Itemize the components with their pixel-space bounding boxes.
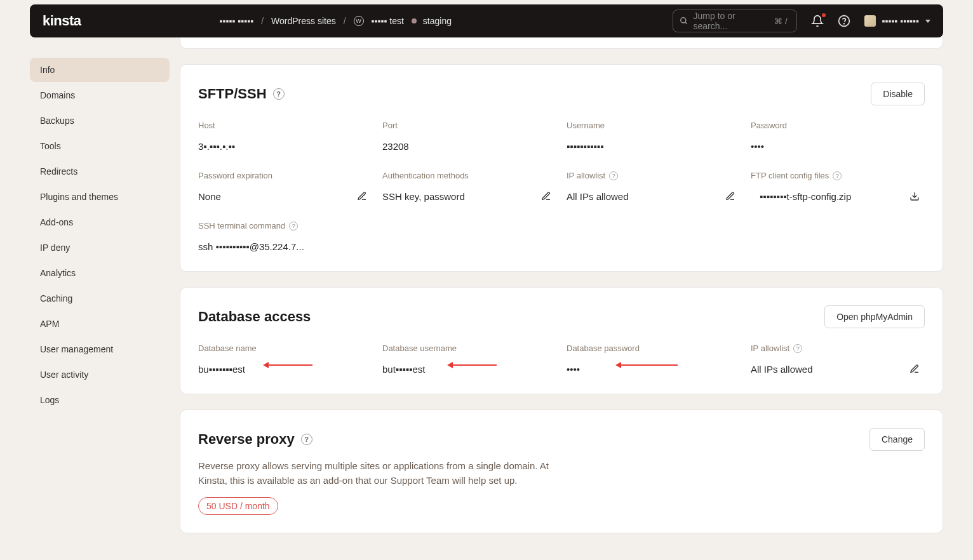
db-title: Database access — [198, 309, 311, 325]
ssh-cmd-label-text: SSH terminal command — [198, 221, 285, 230]
ftp-config-label-text: FTP client config files — [751, 171, 829, 180]
ip-allowlist-label: IP allowlist ? — [567, 171, 741, 180]
previous-card-edge — [180, 37, 943, 49]
sidebar-item-label: Logs — [40, 395, 59, 405]
sidebar-item-analytics[interactable]: Analytics — [30, 261, 170, 285]
sidebar-item-apm[interactable]: APM — [30, 312, 170, 336]
disable-button[interactable]: Disable — [871, 83, 925, 105]
sidebar-item-label: Analytics — [40, 268, 76, 278]
price-badge: 50 USD / month — [198, 497, 278, 515]
sidebar-item-redirects[interactable]: Redirects — [30, 159, 170, 183]
bell-icon[interactable] — [811, 15, 824, 27]
sidebar-item-info[interactable]: Info — [30, 58, 170, 82]
breadcrumb-section[interactable]: WordPress sites — [271, 16, 336, 26]
search-input[interactable]: Jump to or search... ⌘ / — [673, 10, 797, 32]
sidebar-item-label: Domains — [40, 90, 75, 100]
pw-expiration-value: None — [198, 191, 221, 202]
reverse-proxy-card: Reverse proxy ? Change Reverse proxy all… — [180, 410, 943, 533]
sidebar-item-label: User activity — [40, 370, 88, 380]
help-icon[interactable] — [838, 15, 850, 27]
breadcrumb: ▪▪▪▪▪ ▪▪▪▪▪ / WordPress sites / W ▪▪▪▪▪ … — [220, 16, 452, 26]
password-value: •••• — [751, 141, 764, 152]
sidebar-item-label: IP deny — [40, 243, 70, 253]
sidebar-item-label: User management — [40, 344, 113, 354]
user-name: ▪▪▪▪▪ ▪▪▪▪▪▪ — [882, 16, 919, 26]
wordpress-icon: W — [354, 16, 364, 26]
ftp-config-file: ▪▪▪▪▪▪▪▪t-sftp-config.zip — [751, 191, 851, 202]
user-menu[interactable]: ▪▪▪▪▪ ▪▪▪▪▪▪ — [864, 15, 930, 27]
port-label: Port — [382, 121, 556, 130]
help-icon[interactable]: ? — [289, 222, 298, 230]
db-password-value: •••• — [567, 364, 580, 375]
sftp-title: SFTP/SSH ? — [198, 86, 285, 102]
ssh-cmd-label: SSH terminal command ? — [198, 221, 372, 230]
database-access-card: Database access Open phpMyAdmin Database… — [180, 287, 943, 394]
sidebar-item-tools[interactable]: Tools — [30, 134, 170, 158]
sidebar-item-ip-deny[interactable]: IP deny — [30, 236, 170, 260]
sftp-title-text: SFTP/SSH — [198, 86, 267, 102]
svg-point-3 — [843, 23, 844, 24]
auth-methods-label: Authentication methods — [382, 171, 556, 180]
edit-icon[interactable] — [357, 191, 367, 201]
breadcrumb-sep: / — [344, 16, 346, 26]
breadcrumb-sep: / — [261, 16, 264, 26]
edit-icon[interactable] — [725, 191, 735, 201]
sidebar-item-domains[interactable]: Domains — [30, 83, 170, 107]
annotation-arrow-icon — [621, 364, 678, 366]
search-icon — [680, 17, 688, 25]
db-username-value: but▪▪▪▪▪est — [382, 364, 425, 375]
edit-icon[interactable] — [909, 364, 920, 374]
sidebar-item-logs[interactable]: Logs — [30, 388, 170, 412]
sidebar-item-plugins-themes[interactable]: Plugins and themes — [30, 185, 170, 209]
db-ip-allowlist-label-text: IP allowlist — [751, 343, 789, 353]
db-name-value: bu▪▪▪▪▪▪▪est — [198, 364, 245, 375]
ip-allowlist-value: All IPs allowed — [567, 191, 629, 202]
host-label: Host — [198, 121, 372, 130]
open-phpmyadmin-button[interactable]: Open phpMyAdmin — [824, 305, 925, 328]
sidebar-item-addons[interactable]: Add-ons — [30, 210, 170, 234]
breadcrumb-env[interactable]: staging — [423, 16, 452, 26]
username-value: ▪▪▪▪▪▪▪▪▪▪▪ — [567, 141, 604, 152]
sidebar: Info Domains Backups Tools Redirects Plu… — [30, 58, 170, 533]
db-name-label: Database name — [198, 343, 372, 353]
sidebar-item-label: APM — [40, 319, 59, 329]
port-value: 23208 — [382, 141, 409, 152]
host-value: 3▪.▪▪▪.▪.▪▪ — [198, 141, 235, 152]
proxy-title: Reverse proxy ? — [198, 431, 312, 448]
db-username-label: Database username — [382, 343, 556, 353]
chevron-down-icon — [925, 20, 930, 23]
sidebar-item-caching[interactable]: Caching — [30, 286, 170, 310]
sidebar-item-label: Backups — [40, 116, 74, 126]
change-button[interactable]: Change — [869, 428, 925, 451]
breadcrumb-org[interactable]: ▪▪▪▪▪ ▪▪▪▪▪ — [220, 16, 254, 26]
ssh-cmd-value: ssh ▪▪▪▪▪▪▪▪▪▪@35.224.7... — [198, 241, 304, 252]
search-kbd: ⌘ / — [772, 16, 789, 27]
sidebar-item-label: Caching — [40, 293, 72, 303]
sidebar-item-label: Info — [40, 65, 55, 75]
sidebar-item-backups[interactable]: Backups — [30, 109, 170, 133]
help-icon[interactable]: ? — [793, 344, 802, 353]
annotation-arrow-icon — [452, 364, 497, 366]
top-header: kinsta ▪▪▪▪▪ ▪▪▪▪▪ / WordPress sites / W… — [30, 4, 943, 37]
ip-allowlist-label-text: IP allowlist — [567, 171, 605, 180]
help-icon[interactable]: ? — [833, 171, 842, 180]
download-icon[interactable] — [909, 191, 920, 201]
breadcrumb-site[interactable]: ▪▪▪▪▪ test — [372, 16, 404, 26]
db-password-label: Database password — [567, 343, 741, 353]
help-icon[interactable]: ? — [273, 88, 285, 100]
notification-dot-icon — [822, 13, 826, 17]
edit-icon[interactable] — [541, 191, 551, 201]
svg-point-0 — [680, 18, 685, 23]
username-label: Username — [567, 121, 741, 130]
help-icon[interactable]: ? — [301, 434, 312, 445]
sidebar-item-user-management[interactable]: User management — [30, 337, 170, 361]
logo[interactable]: kinsta — [43, 13, 81, 29]
annotation-arrow-icon — [268, 364, 312, 366]
svg-line-1 — [685, 22, 687, 24]
env-dot-icon — [412, 18, 417, 23]
sidebar-item-user-activity[interactable]: User activity — [30, 363, 170, 387]
help-icon[interactable]: ? — [609, 171, 618, 180]
auth-methods-value: SSH key, password — [382, 191, 465, 202]
main-content: SFTP/SSH ? Disable Host 3▪.▪▪▪.▪.▪▪ Port… — [180, 58, 943, 533]
sidebar-item-label: Redirects — [40, 166, 77, 177]
